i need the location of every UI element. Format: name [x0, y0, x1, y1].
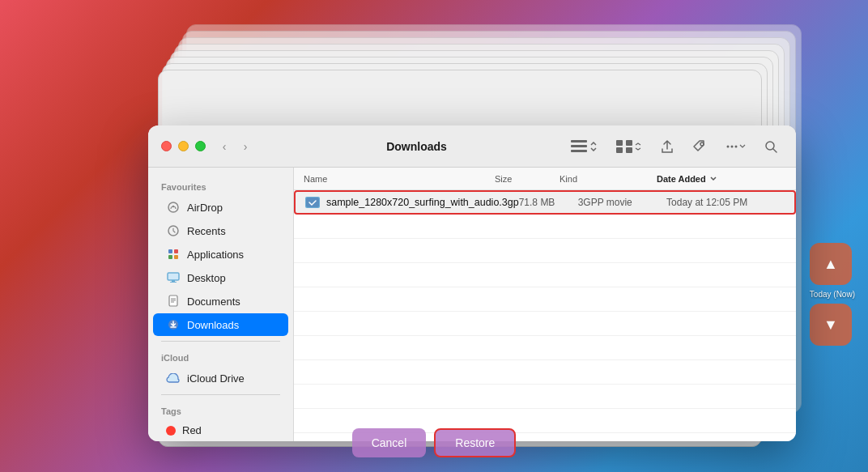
empty-row — [294, 360, 796, 385]
svg-point-10 — [735, 145, 738, 147]
desktop-icon — [166, 270, 181, 285]
bottom-bar: Cancel Restore — [0, 428, 868, 457]
tag-button[interactable] — [687, 136, 712, 157]
side-widget: ▲ Today (Now) ▼ — [810, 243, 855, 346]
svg-point-13 — [172, 206, 174, 207]
close-button[interactable] — [161, 141, 172, 151]
svg-rect-1 — [571, 145, 587, 147]
empty-row — [294, 215, 796, 239]
sidebar-downloads-label: Downloads — [187, 319, 239, 331]
sidebar-item-desktop[interactable]: Desktop — [153, 266, 288, 289]
svg-rect-17 — [168, 255, 172, 259]
grid-view-button[interactable] — [611, 137, 647, 156]
content-area: Favourites AirDrop — [148, 168, 796, 441]
file-size: 71.8 MB — [519, 197, 578, 208]
svg-rect-18 — [174, 255, 178, 259]
svg-rect-6 — [626, 147, 632, 153]
svg-rect-16 — [174, 249, 178, 253]
sidebar-section-icloud: iCloud — [148, 347, 293, 366]
traffic-lights — [161, 141, 206, 151]
sidebar-documents-label: Documents — [187, 296, 240, 308]
recents-icon — [166, 223, 181, 238]
svg-point-8 — [727, 145, 730, 147]
sidebar-item-recents[interactable]: Recents — [153, 219, 288, 242]
empty-row — [294, 336, 796, 360]
nav-buttons: ‹ › — [215, 138, 254, 155]
up-arrow-icon: ▲ — [823, 257, 838, 271]
svg-rect-4 — [626, 140, 632, 146]
svg-rect-24 — [306, 198, 319, 207]
forward-button[interactable]: › — [236, 138, 254, 155]
svg-rect-0 — [571, 140, 587, 142]
airdrop-icon — [166, 200, 181, 215]
down-arrow-icon: ▼ — [823, 317, 838, 332]
column-kind: Kind — [560, 174, 657, 184]
file-list-header: Name Size Kind Date Added — [294, 168, 796, 190]
file-row[interactable]: sample_1280x720_surfing_with_audio.3gp 7… — [294, 190, 796, 215]
sidebar-section-favourites: Favourites — [148, 176, 293, 195]
widget-today-label: Today (Now) — [810, 290, 855, 299]
widget-down-button[interactable]: ▼ — [810, 304, 852, 346]
icloud-drive-icon — [166, 371, 181, 385]
sidebar-airdrop-label: AirDrop — [187, 202, 223, 214]
file-list: Name Size Kind Date Added — [294, 168, 796, 441]
restore-button[interactable]: Restore — [434, 428, 516, 457]
svg-rect-19 — [168, 273, 179, 280]
empty-row — [294, 385, 796, 409]
sidebar-divider-1 — [161, 341, 280, 342]
sidebar-item-downloads[interactable]: Downloads — [153, 313, 288, 336]
sidebar-item-airdrop[interactable]: AirDrop — [153, 196, 288, 219]
file-date-added: Today at 12:05 PM — [666, 197, 785, 208]
column-date-added: Date Added — [657, 174, 786, 184]
empty-row — [294, 239, 796, 263]
cancel-button[interactable]: Cancel — [352, 428, 427, 457]
svg-rect-15 — [168, 249, 172, 253]
share-button[interactable] — [655, 136, 679, 157]
svg-rect-5 — [616, 147, 623, 153]
sidebar-item-applications[interactable]: Applications — [153, 243, 288, 266]
documents-icon — [166, 294, 181, 308]
empty-row — [294, 287, 796, 312]
sidebar-item-documents[interactable]: Documents — [153, 290, 288, 313]
widget-up-button[interactable]: ▲ — [810, 243, 852, 285]
sidebar-recents-label: Recents — [187, 225, 226, 237]
sidebar-section-tags: Tags — [148, 400, 293, 419]
svg-point-9 — [731, 145, 734, 147]
column-name: Name — [304, 174, 495, 184]
sidebar-divider-2 — [161, 394, 280, 395]
applications-icon — [166, 247, 181, 262]
file-type-icon — [305, 197, 320, 208]
search-button[interactable] — [759, 136, 783, 157]
svg-rect-3 — [616, 140, 623, 146]
minimize-button[interactable] — [178, 141, 189, 151]
title-bar: ‹ › Downloads — [148, 125, 796, 168]
empty-row — [294, 312, 796, 336]
more-button[interactable] — [720, 136, 751, 157]
sidebar-applications-label: Applications — [187, 249, 244, 261]
sidebar-desktop-label: Desktop — [187, 272, 226, 284]
empty-row — [294, 263, 796, 287]
sidebar-item-icloud-drive[interactable]: iCloud Drive — [153, 367, 288, 389]
back-button[interactable]: ‹ — [215, 138, 233, 155]
list-view-button[interactable] — [566, 137, 603, 156]
svg-rect-21 — [170, 282, 177, 283]
toolbar-right — [566, 136, 783, 157]
zoom-button[interactable] — [195, 141, 206, 151]
file-kind: 3GPP movie — [578, 197, 666, 208]
svg-rect-2 — [571, 150, 587, 152]
column-size: Size — [495, 174, 560, 184]
window-title: Downloads — [267, 140, 566, 153]
file-name: sample_1280x720_surfing_with_audio.3gp — [305, 197, 519, 208]
svg-rect-20 — [172, 280, 175, 282]
finder-dialog: ‹ › Downloads — [148, 125, 796, 441]
downloads-icon — [166, 317, 181, 332]
sidebar: Favourites AirDrop — [148, 168, 294, 441]
sidebar-icloud-drive-label: iCloud Drive — [187, 372, 245, 385]
